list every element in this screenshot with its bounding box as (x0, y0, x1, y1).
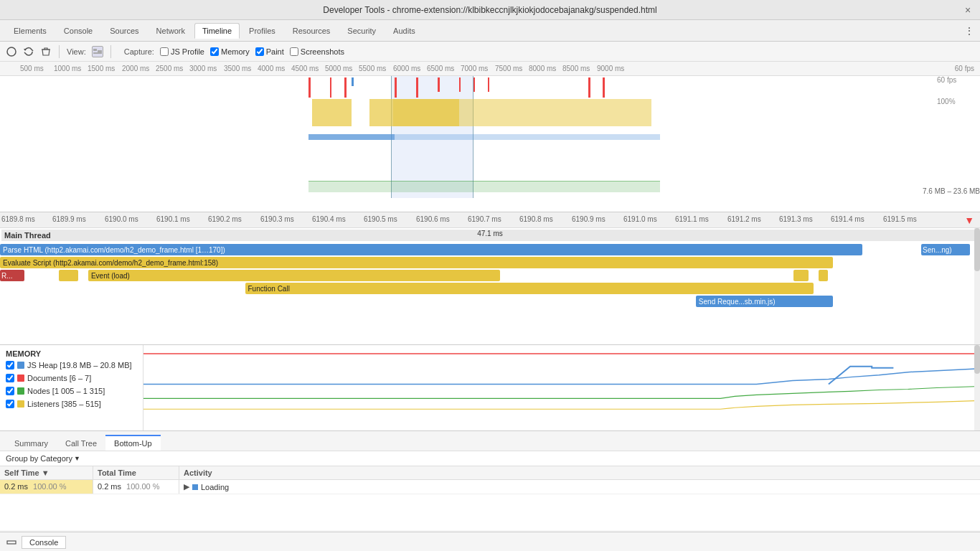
net-bar (416, 77, 418, 98)
tab-sources[interactable]: Sources (102, 23, 146, 39)
group-by-label: Group by Category (6, 454, 72, 463)
svg-rect-4 (93, 52, 102, 54)
clear-button[interactable] (40, 46, 52, 57)
record-button[interactable] (6, 46, 17, 57)
dtick-1: 6189.9 ms (52, 215, 86, 223)
parse-html-bar[interactable]: Parse HTML (http2.akamai.com/demo/h2_dem… (0, 244, 862, 255)
dtick-16: 6191.4 ms (831, 215, 864, 223)
close-button[interactable]: × (963, 5, 973, 15)
tab-elements[interactable]: Elements (6, 23, 55, 39)
capture-label: Capture: (124, 47, 154, 56)
total-time-percent: 100.00 % (126, 482, 159, 491)
timeline-overview[interactable]: 500 ms 1000 ms 1500 ms 2000 ms 2500 ms 3… (0, 62, 980, 212)
self-time-percent: 100.00 % (33, 482, 66, 491)
bottom-tabs: Summary Call Tree Bottom-Up (0, 431, 980, 451)
dtick-11: 6190.9 ms (572, 215, 606, 223)
dtick-17: 6191.5 ms (883, 215, 917, 223)
tab-security[interactable]: Security (339, 23, 384, 39)
send-request-bar[interactable]: Send Reque...sb.min.js) (696, 296, 833, 307)
tick-1500: 1500 ms (88, 65, 115, 72)
small-bar-right-2[interactable] (819, 270, 829, 281)
tick-5000: 5000 ms (325, 65, 352, 72)
svg-marker-1 (24, 49, 27, 51)
mem-nodes[interactable]: Nodes [1 005 – 1 315] (6, 387, 137, 395)
send-request-bar-2[interactable]: Sen...ng) (921, 244, 970, 255)
mem-documents-label: Documents [6 – 7] (27, 374, 91, 382)
tick-3500: 3500 ms (224, 65, 251, 72)
small-bar-right[interactable] (793, 270, 808, 281)
self-time-value: 0.2 ms (4, 482, 28, 491)
separator-2 (110, 45, 111, 58)
memory-scrollbar-thumb[interactable] (974, 345, 980, 374)
mem-js-heap[interactable]: JS Heap [19.8 MB – 20.8 MB] (6, 361, 137, 369)
event-load-bar[interactable]: Event (load) (88, 270, 500, 281)
dtick-2: 6190.0 ms (105, 215, 138, 223)
tab-timeline[interactable]: Timeline (194, 23, 240, 39)
tick-9000: 9000 ms (597, 65, 624, 72)
detail-timeline[interactable]: 6189.8 ms 6189.9 ms 6190.0 ms 6190.1 ms … (0, 212, 980, 345)
memory-chart[interactable] (143, 345, 980, 430)
evaluate-script-bar[interactable]: Evaluate Script (http2.akamai.com/demo/h… (0, 257, 833, 268)
net-bar (308, 77, 311, 98)
col-header-total-time[interactable]: Total Time (93, 466, 179, 479)
reload-button[interactable] (23, 46, 34, 57)
memory-line (308, 181, 660, 192)
mem-listeners[interactable]: Listeners [385 – 515] (6, 400, 137, 408)
tab-call-tree[interactable]: Call Tree (57, 435, 105, 451)
col-header-self-time[interactable]: Self Time ▼ (0, 466, 93, 479)
memory-checkbox[interactable]: Memory (210, 47, 250, 56)
expand-arrow[interactable]: ▶ (184, 482, 189, 491)
bottom-up-section: Group by Category ▼ Self Time ▼ Total Ti… (0, 451, 980, 530)
script-row (0, 99, 980, 128)
console-resize-icon[interactable] (6, 537, 17, 548)
window-title: Developer Tools - chrome-extension://klb… (323, 5, 656, 15)
memory-title: MEMORY (6, 349, 137, 358)
tab-bottom-up[interactable]: Bottom-Up (105, 435, 161, 451)
dtick-15: 6191.3 ms (779, 215, 813, 223)
title-bar: Developer Tools - chrome-extension://klb… (0, 0, 980, 20)
flame-chart[interactable]: Main Thread Parse HTML (http2.akamai.com… (0, 228, 980, 345)
flame-scrollbar-thumb[interactable] (974, 228, 980, 271)
js-profile-checkbox[interactable]: JS Profile (160, 47, 204, 56)
overview-chart[interactable]: 60 fps 100% 7.6 MB – 23.6 MB (0, 76, 980, 198)
mem-js-heap-color (17, 362, 24, 369)
col-header-activity: Activity (179, 466, 980, 479)
small-yellow-bar[interactable] (59, 270, 78, 281)
tab-network[interactable]: Network (149, 23, 193, 39)
tab-console[interactable]: Console (56, 23, 100, 39)
activity-label: Loading (201, 483, 229, 491)
tab-audits[interactable]: Audits (385, 23, 423, 39)
cell-total-time: 0.2 ms 100.00 % (93, 480, 179, 494)
flame-scrollbar[interactable] (974, 228, 980, 345)
script-block (398, 99, 459, 126)
loading-row (0, 130, 980, 144)
mem-nodes-label: Nodes [1 005 – 1 315] (27, 387, 105, 395)
group-by-dropdown[interactable]: Group by Category ▼ (6, 454, 80, 463)
memory-svg (143, 345, 980, 430)
tick-500: 500 ms (20, 65, 44, 72)
tick-4500: 4500 ms (291, 65, 319, 72)
view-flame-icon[interactable] (92, 46, 103, 57)
dtick-7: 6190.5 ms (364, 215, 397, 223)
more-icon[interactable]: ⋮ (964, 25, 974, 37)
svg-rect-6 (7, 541, 16, 544)
screenshots-checkbox[interactable]: Screenshots (290, 47, 344, 56)
tick-4000: 4000 ms (258, 65, 285, 72)
table-row[interactable]: 0.2 ms 100.00 % 0.2 ms 100.00 % ▶ Loadin… (0, 480, 980, 494)
tab-resources[interactable]: Resources (285, 23, 339, 39)
console-tab[interactable]: Console (22, 536, 66, 549)
tab-summary[interactable]: Summary (6, 435, 57, 451)
dtick-4: 6190.2 ms (208, 215, 242, 223)
paint-checkbox[interactable]: Paint (255, 47, 284, 56)
r-bar[interactable]: R... (0, 270, 24, 281)
dtick-9: 6190.7 ms (468, 215, 501, 223)
toolbar: View: Capture: JS Profile Memory Paint S… (0, 42, 980, 62)
dtick-12: 6191.0 ms (623, 215, 657, 223)
group-by-chevron[interactable]: ▼ (74, 455, 80, 462)
tab-profiles[interactable]: Profiles (241, 23, 283, 39)
memory-scrollbar[interactable] (974, 345, 980, 430)
mem-documents[interactable]: Documents [6 – 7] (6, 374, 137, 382)
mem-documents-color (17, 375, 24, 382)
function-call-bar[interactable]: Function Call (245, 283, 814, 294)
tick-8000: 8000 ms (529, 65, 556, 72)
